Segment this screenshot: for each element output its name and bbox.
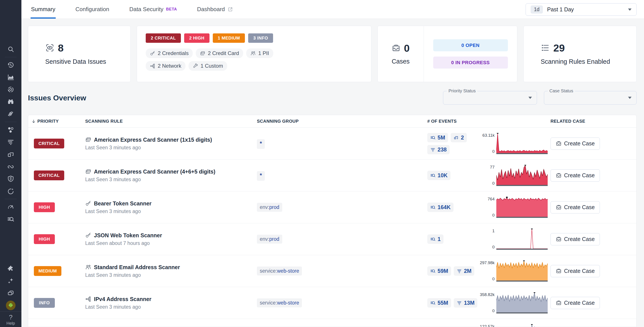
time-range-dropdown[interactable]: 1d Past 1 Day <box>526 3 636 16</box>
sensitive-data-scanner-icon[interactable] <box>0 213 22 225</box>
scanning-group-tag[interactable]: service:web-store <box>257 267 302 276</box>
column-scanning-rule[interactable]: SCANNING RULE <box>85 119 257 124</box>
table-row[interactable]: CRITICALAmerican Express Card Scanner (1… <box>28 128 636 160</box>
table-row[interactable]: HIGHBearer Token ScannerLast Seen 3 minu… <box>28 191 636 223</box>
pipelines-icon[interactable] <box>0 160 22 173</box>
logs-icon <box>430 147 436 152</box>
top-tab-bar: SummaryConfigurationData SecurityBETADas… <box>22 0 644 19</box>
tab-summary[interactable]: Summary <box>31 0 55 18</box>
category-chip[interactable]: 1 PII <box>246 48 273 58</box>
watchdog-binoculars-icon[interactable] <box>0 96 22 108</box>
event-count-pill[interactable]: 1 <box>427 234 444 244</box>
scanning-group-tag[interactable]: * <box>257 171 265 181</box>
event-count-pill[interactable]: 59M <box>427 266 451 276</box>
create-case-button[interactable]: Create Case <box>550 233 600 245</box>
sensitive-data-issues-card[interactable]: 8 Sensitive Data Issues <box>28 26 131 82</box>
severity-badge[interactable]: 1 MEDIUM <box>213 33 245 43</box>
user-avatar[interactable] <box>0 299 22 312</box>
infrastructure-hexagons-icon[interactable] <box>0 124 22 136</box>
issues-count: 8 <box>58 42 64 54</box>
create-case-button[interactable]: Create Case <box>550 138 600 150</box>
scanning-group-tag[interactable]: * <box>257 139 265 149</box>
event-count-pill[interactable]: 2M <box>454 266 474 276</box>
create-case-button[interactable]: Create Case <box>550 297 600 309</box>
case-status-pill[interactable]: 0 OPEN <box>433 39 508 51</box>
case-icon <box>556 236 562 242</box>
deployments-layers-icon[interactable] <box>0 108 22 120</box>
events-sparkline: 770 <box>480 165 550 186</box>
history-icon[interactable] <box>0 59 22 71</box>
event-count-pill[interactable]: 55M <box>427 298 451 308</box>
scanning-group-tag[interactable]: env:prod <box>257 203 282 212</box>
tab-configuration[interactable]: Configuration <box>75 0 109 18</box>
apm-target-icon[interactable] <box>0 83 22 96</box>
event-count-pill[interactable]: 2 <box>451 133 467 142</box>
table-row[interactable]: INFOIPv4 Address ScannerLast Seen 3 minu… <box>28 287 636 319</box>
event-count-pill[interactable]: 13M <box>454 298 478 308</box>
case-icon <box>556 204 562 210</box>
case-status-pill[interactable]: 0 IN PROGRESS <box>433 56 508 68</box>
logs-icon[interactable] <box>0 136 22 148</box>
network-icon <box>150 63 155 69</box>
column-priority[interactable]: PRIORITY <box>28 119 85 124</box>
service-speedometer-icon[interactable] <box>0 201 22 213</box>
column-events[interactable]: # OF EVENTS <box>427 119 550 124</box>
data-scan-eye-icon <box>45 43 54 52</box>
create-case-button[interactable]: Create Case <box>550 265 600 277</box>
sparkline-max-label: 122.57k <box>480 324 494 327</box>
tab-data-security[interactable]: Data SecurityBETA <box>129 0 177 18</box>
severity-badge[interactable]: 2 CRITICAL <box>146 33 181 43</box>
quality-gauge-icon[interactable] <box>0 185 22 197</box>
rule-name[interactable]: American Express Card Scanner (1x15 digi… <box>85 137 257 143</box>
issues-overview-header: Issues Overview Priority StatusCase Stat… <box>28 91 636 105</box>
create-case-button[interactable]: Create Case <box>550 201 600 214</box>
sparkline-chart <box>496 292 548 314</box>
metrics-icon[interactable] <box>0 71 22 83</box>
filters: Priority StatusCase Status <box>443 91 636 105</box>
priority-badge: CRITICAL <box>34 139 64 148</box>
category-chip[interactable]: 2 Credit Card <box>196 48 243 58</box>
scanning-rules-card[interactable]: 29 Scanning Rules Enabled <box>524 26 636 82</box>
category-chip[interactable]: 2 Network <box>146 61 186 71</box>
rule-name[interactable]: Bearer Token Scanner <box>85 200 257 207</box>
event-count-pill[interactable]: 5M <box>427 133 448 142</box>
bits-ai-sparkles-icon[interactable] <box>0 275 22 287</box>
scanning-group-tag[interactable]: service:web-store <box>257 299 302 307</box>
beta-badge: BETA <box>166 7 177 11</box>
rule-name[interactable]: American Express Card Scanner (4+6+5 dig… <box>85 169 257 175</box>
column-related-case[interactable]: RELATED CASE <box>550 119 636 124</box>
rule-name[interactable]: JSON Web Token Scanner <box>85 232 257 239</box>
summary-cards: 8 Sensitive Data Issues 2 CRITICAL2 HIGH… <box>28 26 636 82</box>
security-shield-icon[interactable] <box>0 173 22 185</box>
tab-dashboard[interactable]: Dashboard <box>197 0 233 18</box>
sparkline-min-label: 0 <box>492 309 494 313</box>
filter-case-status[interactable]: Case Status <box>544 91 636 105</box>
table-row[interactable]: CRITICALAmerican Express Card Scanner (4… <box>28 160 636 191</box>
severity-badge[interactable]: 3 INFO <box>248 33 273 43</box>
issues-label: Sensitive Data Issues <box>45 57 108 66</box>
event-count-pill[interactable]: 164K <box>427 203 454 212</box>
cases-count-section[interactable]: 0 Cases <box>378 26 424 82</box>
create-case-button[interactable]: Create Case <box>550 169 600 182</box>
ux-monitoring-windows-icon[interactable] <box>0 148 22 160</box>
table-row[interactable]: INFOIPv6 Address Scanner122.57k0Create C… <box>28 319 636 327</box>
rule-name[interactable]: IPv4 Address Scanner <box>85 296 257 302</box>
column-scanning-group[interactable]: SCANNING GROUP <box>257 119 427 124</box>
table-row[interactable]: MEDIUMStandard Email Address ScannerLast… <box>28 255 636 287</box>
table-row[interactable]: HIGHJSON Web Token ScannerLast Seen abou… <box>28 223 636 255</box>
priority-badge: MEDIUM <box>34 266 62 276</box>
category-chips: 2 Credentials2 Credit Card1 PII2 Network… <box>146 48 303 71</box>
scanning-group-tag[interactable]: env:prod <box>257 235 282 244</box>
event-count-pill[interactable]: 238 <box>427 145 450 154</box>
integrations-puzzle-icon[interactable] <box>0 263 22 275</box>
filter-priority-status[interactable]: Priority Status <box>443 91 537 105</box>
severity-badge[interactable]: 2 HIGH <box>184 33 210 43</box>
category-chip[interactable]: 1 Custom <box>188 61 227 71</box>
help-section[interactable]: ? Help <box>0 312 22 327</box>
event-count-pill[interactable]: 10K <box>427 171 450 180</box>
search-icon[interactable] <box>0 43 22 55</box>
category-chip[interactable]: 2 Credentials <box>146 48 193 58</box>
workflows-copy-icon[interactable] <box>0 287 22 299</box>
rule-name[interactable]: Standard Email Address Scanner <box>85 264 257 271</box>
severity-badges: 2 CRITICAL2 HIGH1 MEDIUM3 INFO <box>146 33 362 43</box>
